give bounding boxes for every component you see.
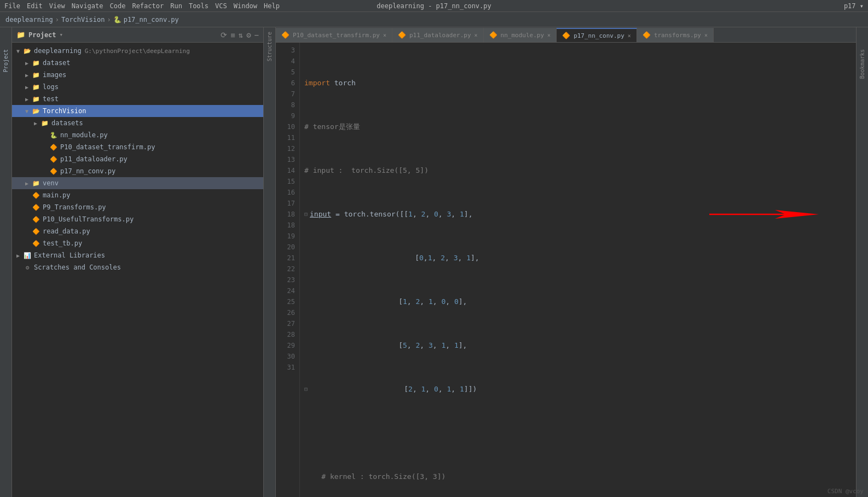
tab-nn-module[interactable]: 🔶 nn_module.py × — [484, 28, 557, 42]
sync-icon[interactable]: ⟳ — [221, 31, 227, 39]
project-strip-label[interactable]: Project — [3, 49, 9, 72]
tree-item-venv[interactable]: ▶ 📁 venv — [12, 177, 263, 189]
tree-item-p11[interactable]: 🔶 p11_dataloader.py — [12, 153, 263, 165]
code-line-8: [1, 2, 1, 0, 0], — [304, 296, 852, 307]
tab-p17[interactable]: 🔶 p17_nn_conv.py × — [557, 28, 637, 42]
tree-item-nn-module[interactable]: 🐍 nn_module.py — [12, 129, 263, 141]
tree-item-test-tb[interactable]: 🔶 test_tb.py — [12, 237, 263, 249]
tab-bar: 🔶 P10_dataset_transfirm.py × 🔶 p11_datal… — [276, 27, 856, 43]
panel-dropdown-icon[interactable]: ▾ — [60, 31, 63, 38]
run-config[interactable]: p17 ▾ — [844, 2, 864, 10]
file-tree: ▼ 📂 deeplearning G:\pythonProject\deepLe… — [12, 43, 263, 497]
menu-item-file[interactable]: File — [4, 2, 20, 10]
tab-icon: 🔶 — [398, 31, 406, 39]
panel-folder-icon: 📁 — [16, 31, 25, 39]
tree-item-dataset[interactable]: ▶ 📁 dataset — [12, 57, 263, 69]
window-title: deeplearning - p17_nn_conv.py — [377, 2, 491, 10]
watermark: CSDN @vcoy — [828, 488, 864, 495]
code-line-9: [5, 2, 3, 1, 1], — [304, 340, 852, 351]
tree-item-images[interactable]: ▶ 📁 images — [12, 69, 263, 81]
chevron-right-icon: ▶ — [25, 180, 32, 186]
menu-item-tools[interactable]: Tools — [189, 2, 209, 10]
tree-item-external[interactable]: ▶ 📊 External Libraries — [12, 249, 263, 261]
structure-strip: Structure — [264, 27, 276, 497]
chevron-down-icon: ▼ — [16, 48, 23, 54]
panel-toolbar: ⟳ ≡ ⇅ ⚙ − — [221, 31, 259, 39]
structure-label[interactable]: Structure — [267, 32, 273, 61]
code-line-12: # kernel : torch.Size([3, 3]) — [304, 471, 852, 482]
tree-item-p9[interactable]: 🔶 P9_Transforms.py — [12, 201, 263, 213]
menu-bar: File Edit View Navigate Code Refactor Ru… — [0, 0, 868, 12]
collapse-icon[interactable]: ≡ — [230, 31, 235, 39]
tree-item-p10useful[interactable]: 🔶 P10_UsefulTransforms.py — [12, 213, 263, 225]
chevron-right-icon: ▶ — [25, 60, 32, 66]
tab-transforms[interactable]: 🔶 transforms.py × — [637, 28, 714, 42]
close-icon[interactable]: × — [474, 32, 478, 38]
tab-icon: 🔶 — [562, 32, 570, 39]
tab-icon: 🔶 — [281, 31, 290, 39]
tab-label: P10_dataset_transfirm.py — [293, 32, 380, 39]
breadcrumb-sep-2: › — [107, 16, 111, 24]
code-line-11 — [304, 428, 852, 438]
py-icon: 🔶 — [49, 143, 58, 151]
tree-root[interactable]: ▼ 📂 deeplearning G:\pythonProject\deepLe… — [12, 45, 263, 57]
breadcrumb-file[interactable]: 🐍 p17_nn_conv.py — [113, 16, 179, 24]
menu-item-run[interactable]: Run — [170, 2, 182, 10]
bar-chart-icon: 📊 — [23, 251, 32, 260]
menu-item-window[interactable]: Window — [234, 2, 257, 10]
tab-p11[interactable]: 🔶 p11_dataloader.py × — [392, 28, 484, 42]
left-strip: Project — [0, 27, 12, 497]
close-icon[interactable]: × — [704, 32, 708, 38]
tab-icon: 🔶 — [489, 31, 497, 39]
folder-icon: 📁 — [32, 71, 40, 79]
code-editor: 3 4 5 6 7 8 9 10 11 12 13 14 15 16 17 18… — [276, 43, 856, 497]
breadcrumb-project[interactable]: deeplearning — [5, 16, 53, 24]
breadcrumb-folder[interactable]: TorchVision — [61, 16, 105, 24]
menu-item-vcs[interactable]: VCS — [215, 2, 227, 10]
root-folder-icon: 📂 — [23, 46, 32, 55]
tab-label: nn_module.py — [501, 32, 544, 39]
tab-icon: 🔶 — [643, 31, 651, 39]
tree-item-main[interactable]: 🔶 main.py — [12, 189, 263, 201]
code-line-4: # tensor是张量 — [304, 121, 852, 132]
menu-item-navigate[interactable]: Navigate — [72, 2, 103, 10]
tab-p10[interactable]: 🔶 P10_dataset_transfirm.py × — [276, 28, 392, 42]
code-line-7: [0,1, 2, 3, 1], — [304, 253, 852, 264]
tree-item-p10[interactable]: 🔶 P10_dataset_transfirm.py — [12, 141, 263, 153]
py-icon: 🔶 — [49, 167, 58, 176]
menu-item-help[interactable]: Help — [264, 2, 280, 10]
code-line-6: ⊟ input = torch.tensor([[1, 2, 0, 3, 1], — [304, 209, 852, 220]
editor-area: 🔶 P10_dataset_transfirm.py × 🔶 p11_datal… — [276, 27, 856, 497]
tree-item-scratches[interactable]: ⚙ Scratches and Consoles — [12, 261, 263, 273]
tab-label: transforms.py — [654, 32, 701, 39]
py-icon: 🔶 — [32, 227, 40, 236]
menu-right: p17 ▾ — [844, 2, 864, 10]
code-content[interactable]: import torch # tensor是张量 # input : torch… — [300, 43, 856, 497]
tree-item-logs[interactable]: ▶ 📁 logs — [12, 81, 263, 93]
chevron-right-icon: ▶ — [25, 84, 32, 90]
tree-item-test[interactable]: ▶ 📁 test — [12, 93, 263, 105]
tree-item-p17[interactable]: 🔶 p17_nn_conv.py — [12, 165, 263, 177]
menu-item-edit[interactable]: Edit — [27, 2, 43, 10]
close-icon[interactable]: × — [628, 33, 631, 39]
py-icon: 🐍 — [49, 131, 58, 139]
bookmarks-label[interactable]: Bookmarks — [859, 49, 865, 79]
tree-item-torchvision[interactable]: ▼ 📂 TorchVision — [12, 105, 263, 117]
breadcrumb-sep-1: › — [55, 16, 59, 24]
menu-item-view[interactable]: View — [49, 2, 65, 10]
menu-item-code[interactable]: Code — [110, 2, 126, 10]
tree-item-datasets[interactable]: ▶ 📁 datasets — [12, 117, 263, 129]
py-icon: 🔶 — [32, 191, 40, 200]
close-icon[interactable]: × — [383, 32, 386, 38]
panel-header: 📁 Project ▾ ⟳ ≡ ⇅ ⚙ − — [12, 27, 263, 43]
folder-icon: 📂 — [32, 107, 40, 115]
folder-icon: 📁 — [32, 95, 40, 103]
code-line-5: # input : torch.Size([5, 5]) — [304, 165, 852, 176]
close-icon[interactable]: × — [547, 32, 551, 38]
menu-item-refactor[interactable]: Refactor — [132, 2, 164, 10]
chevron-right-icon: ▶ — [25, 72, 32, 78]
settings-icon[interactable]: ⚙ — [246, 31, 251, 39]
tree-item-read-data[interactable]: 🔶 read_data.py — [12, 225, 263, 237]
minus-icon[interactable]: − — [254, 31, 259, 39]
expand-icon[interactable]: ⇅ — [239, 31, 243, 39]
